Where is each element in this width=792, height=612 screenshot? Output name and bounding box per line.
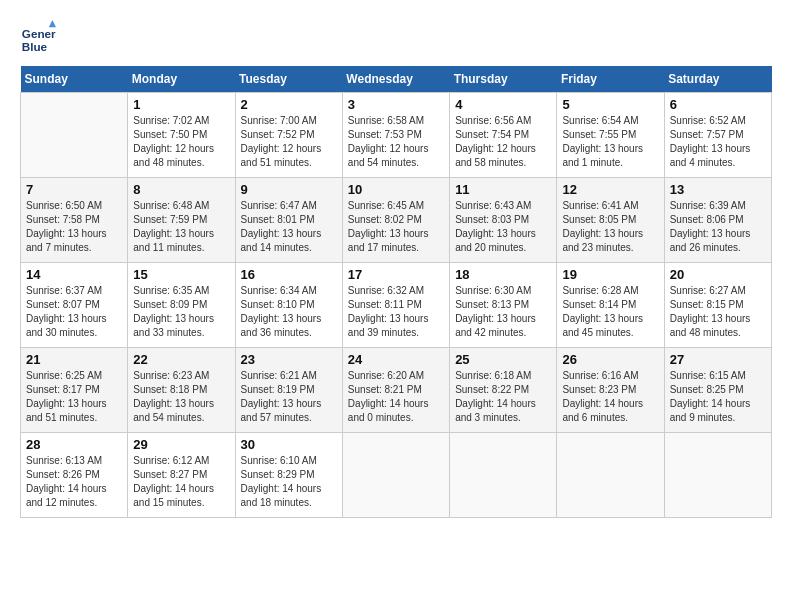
calendar-cell: 2Sunrise: 7:00 AMSunset: 7:52 PMDaylight… [235,93,342,178]
day-info: Sunrise: 6:13 AMSunset: 8:26 PMDaylight:… [26,454,122,510]
day-info: Sunrise: 6:41 AMSunset: 8:05 PMDaylight:… [562,199,658,255]
day-number: 24 [348,352,444,367]
calendar-week-row: 1Sunrise: 7:02 AMSunset: 7:50 PMDaylight… [21,93,772,178]
calendar-cell: 4Sunrise: 6:56 AMSunset: 7:54 PMDaylight… [450,93,557,178]
calendar-cell: 12Sunrise: 6:41 AMSunset: 8:05 PMDayligh… [557,178,664,263]
day-number: 18 [455,267,551,282]
calendar-cell: 19Sunrise: 6:28 AMSunset: 8:14 PMDayligh… [557,263,664,348]
day-info: Sunrise: 6:50 AMSunset: 7:58 PMDaylight:… [26,199,122,255]
calendar-header-row: SundayMondayTuesdayWednesdayThursdayFrid… [21,66,772,93]
day-number: 8 [133,182,229,197]
day-number: 6 [670,97,766,112]
svg-text:Blue: Blue [22,40,48,53]
logo-icon: General Blue [20,20,56,56]
day-info: Sunrise: 6:54 AMSunset: 7:55 PMDaylight:… [562,114,658,170]
day-info: Sunrise: 6:20 AMSunset: 8:21 PMDaylight:… [348,369,444,425]
day-number: 30 [241,437,337,452]
calendar-cell [557,433,664,518]
day-info: Sunrise: 6:56 AMSunset: 7:54 PMDaylight:… [455,114,551,170]
day-info: Sunrise: 6:27 AMSunset: 8:15 PMDaylight:… [670,284,766,340]
calendar-cell: 10Sunrise: 6:45 AMSunset: 8:02 PMDayligh… [342,178,449,263]
calendar-cell: 20Sunrise: 6:27 AMSunset: 8:15 PMDayligh… [664,263,771,348]
col-header-monday: Monday [128,66,235,93]
calendar-cell: 9Sunrise: 6:47 AMSunset: 8:01 PMDaylight… [235,178,342,263]
day-number: 29 [133,437,229,452]
day-info: Sunrise: 6:15 AMSunset: 8:25 PMDaylight:… [670,369,766,425]
day-number: 16 [241,267,337,282]
logo: General Blue [20,20,56,56]
day-number: 20 [670,267,766,282]
calendar-cell: 3Sunrise: 6:58 AMSunset: 7:53 PMDaylight… [342,93,449,178]
calendar-cell: 29Sunrise: 6:12 AMSunset: 8:27 PMDayligh… [128,433,235,518]
day-info: Sunrise: 6:35 AMSunset: 8:09 PMDaylight:… [133,284,229,340]
calendar-cell: 25Sunrise: 6:18 AMSunset: 8:22 PMDayligh… [450,348,557,433]
day-number: 23 [241,352,337,367]
calendar-cell: 13Sunrise: 6:39 AMSunset: 8:06 PMDayligh… [664,178,771,263]
day-number: 11 [455,182,551,197]
calendar-cell: 22Sunrise: 6:23 AMSunset: 8:18 PMDayligh… [128,348,235,433]
day-info: Sunrise: 6:45 AMSunset: 8:02 PMDaylight:… [348,199,444,255]
calendar-cell: 17Sunrise: 6:32 AMSunset: 8:11 PMDayligh… [342,263,449,348]
day-info: Sunrise: 6:32 AMSunset: 8:11 PMDaylight:… [348,284,444,340]
calendar-cell: 18Sunrise: 6:30 AMSunset: 8:13 PMDayligh… [450,263,557,348]
day-number: 25 [455,352,551,367]
day-number: 26 [562,352,658,367]
day-info: Sunrise: 6:25 AMSunset: 8:17 PMDaylight:… [26,369,122,425]
day-info: Sunrise: 6:43 AMSunset: 8:03 PMDaylight:… [455,199,551,255]
calendar-cell: 1Sunrise: 7:02 AMSunset: 7:50 PMDaylight… [128,93,235,178]
calendar-cell: 14Sunrise: 6:37 AMSunset: 8:07 PMDayligh… [21,263,128,348]
col-header-friday: Friday [557,66,664,93]
day-info: Sunrise: 6:30 AMSunset: 8:13 PMDaylight:… [455,284,551,340]
day-number: 28 [26,437,122,452]
day-number: 9 [241,182,337,197]
day-number: 27 [670,352,766,367]
day-info: Sunrise: 6:39 AMSunset: 8:06 PMDaylight:… [670,199,766,255]
day-number: 4 [455,97,551,112]
day-number: 13 [670,182,766,197]
col-header-saturday: Saturday [664,66,771,93]
day-number: 21 [26,352,122,367]
calendar-cell [664,433,771,518]
day-info: Sunrise: 6:47 AMSunset: 8:01 PMDaylight:… [241,199,337,255]
calendar-cell: 24Sunrise: 6:20 AMSunset: 8:21 PMDayligh… [342,348,449,433]
day-info: Sunrise: 6:34 AMSunset: 8:10 PMDaylight:… [241,284,337,340]
page-header: General Blue [20,20,772,56]
day-info: Sunrise: 6:52 AMSunset: 7:57 PMDaylight:… [670,114,766,170]
day-info: Sunrise: 7:02 AMSunset: 7:50 PMDaylight:… [133,114,229,170]
calendar-week-row: 28Sunrise: 6:13 AMSunset: 8:26 PMDayligh… [21,433,772,518]
day-info: Sunrise: 6:18 AMSunset: 8:22 PMDaylight:… [455,369,551,425]
col-header-tuesday: Tuesday [235,66,342,93]
col-header-thursday: Thursday [450,66,557,93]
day-info: Sunrise: 6:10 AMSunset: 8:29 PMDaylight:… [241,454,337,510]
calendar-cell: 26Sunrise: 6:16 AMSunset: 8:23 PMDayligh… [557,348,664,433]
calendar-cell: 23Sunrise: 6:21 AMSunset: 8:19 PMDayligh… [235,348,342,433]
day-number: 19 [562,267,658,282]
day-info: Sunrise: 6:58 AMSunset: 7:53 PMDaylight:… [348,114,444,170]
day-info: Sunrise: 6:48 AMSunset: 7:59 PMDaylight:… [133,199,229,255]
calendar-cell: 7Sunrise: 6:50 AMSunset: 7:58 PMDaylight… [21,178,128,263]
day-info: Sunrise: 6:12 AMSunset: 8:27 PMDaylight:… [133,454,229,510]
calendar-cell: 30Sunrise: 6:10 AMSunset: 8:29 PMDayligh… [235,433,342,518]
day-number: 17 [348,267,444,282]
day-info: Sunrise: 7:00 AMSunset: 7:52 PMDaylight:… [241,114,337,170]
col-header-sunday: Sunday [21,66,128,93]
day-number: 7 [26,182,122,197]
day-info: Sunrise: 6:23 AMSunset: 8:18 PMDaylight:… [133,369,229,425]
calendar-cell: 8Sunrise: 6:48 AMSunset: 7:59 PMDaylight… [128,178,235,263]
calendar-cell: 15Sunrise: 6:35 AMSunset: 8:09 PMDayligh… [128,263,235,348]
calendar-cell: 11Sunrise: 6:43 AMSunset: 8:03 PMDayligh… [450,178,557,263]
day-number: 14 [26,267,122,282]
calendar-cell [342,433,449,518]
col-header-wednesday: Wednesday [342,66,449,93]
day-number: 10 [348,182,444,197]
calendar-cell: 16Sunrise: 6:34 AMSunset: 8:10 PMDayligh… [235,263,342,348]
day-info: Sunrise: 6:21 AMSunset: 8:19 PMDaylight:… [241,369,337,425]
calendar-week-row: 7Sunrise: 6:50 AMSunset: 7:58 PMDaylight… [21,178,772,263]
day-number: 2 [241,97,337,112]
day-info: Sunrise: 6:28 AMSunset: 8:14 PMDaylight:… [562,284,658,340]
calendar-week-row: 21Sunrise: 6:25 AMSunset: 8:17 PMDayligh… [21,348,772,433]
calendar-cell: 27Sunrise: 6:15 AMSunset: 8:25 PMDayligh… [664,348,771,433]
calendar-cell: 5Sunrise: 6:54 AMSunset: 7:55 PMDaylight… [557,93,664,178]
day-info: Sunrise: 6:16 AMSunset: 8:23 PMDaylight:… [562,369,658,425]
day-number: 3 [348,97,444,112]
